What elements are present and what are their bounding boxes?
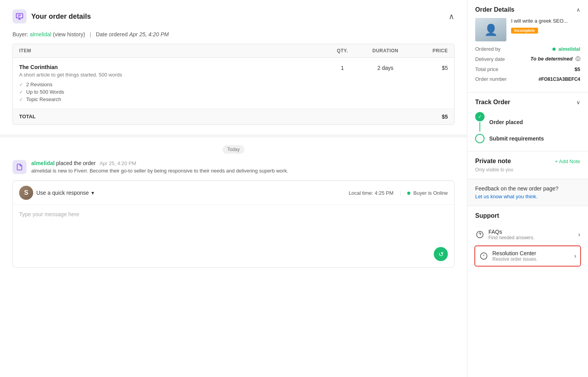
resolution-icon xyxy=(479,251,488,261)
send-button[interactable]: ↺ xyxy=(434,247,448,261)
day-label: Today xyxy=(223,145,244,154)
total-price-value: $5 xyxy=(575,66,580,72)
ordered-by-value[interactable]: almelidal xyxy=(552,46,580,52)
info-icon: ⓘ xyxy=(576,56,580,62)
incomplete-badge: Incomplete xyxy=(511,28,538,34)
gig-card[interactable]: I will write a greek SEO... Incomplete xyxy=(475,18,580,41)
feedback-link[interactable]: Let us know what you think. xyxy=(475,194,538,199)
private-note-header: Private note + Add Note xyxy=(475,158,580,165)
collapse-order-details-icon[interactable]: ∧ xyxy=(449,12,454,21)
faqs-subtitle: Find needed answers. xyxy=(488,235,535,240)
private-note-section: Private note + Add Note Only visible to … xyxy=(467,151,588,179)
view-history-link[interactable]: (view history) xyxy=(53,31,85,37)
order-details-header: Your order details ∧ xyxy=(12,9,454,23)
item-description: A short article to get things started. 5… xyxy=(19,72,323,78)
item-features: ✓ 2 Revisions ✓ Up to 500 Words ✓ Topic … xyxy=(19,82,323,102)
right-sidebar: Order Details ∧ I will write a greek SEO… xyxy=(467,0,588,377)
seller-avatar: S xyxy=(19,186,33,200)
check-icon-3: ✓ xyxy=(19,97,23,102)
item-qty: 1 xyxy=(323,64,362,102)
step-order-placed-label: Order placed xyxy=(489,119,523,125)
step-order-placed: ✓ Order placed xyxy=(475,112,580,132)
gig-thumbnail xyxy=(475,18,506,41)
sidebar-collapse-icon[interactable]: ∧ xyxy=(576,7,580,13)
event-text: almelidal placed the order Apr 25, 4:20 … xyxy=(31,160,288,166)
ordered-by-label: Ordered by xyxy=(475,46,501,52)
order-details-title: Your order details xyxy=(12,9,91,23)
item-details: The Corinthian A short article to get th… xyxy=(19,64,323,102)
track-order-collapse-icon[interactable]: ∨ xyxy=(576,99,580,105)
faqs-info: FAQs Find needed answers. xyxy=(488,229,535,240)
total-price-row: Total price $5 xyxy=(475,66,580,72)
item-duration: 2 days xyxy=(362,64,409,102)
event-action: placed the order xyxy=(56,160,96,166)
order-number-label: Order number xyxy=(475,76,507,82)
col-item: ITEM xyxy=(19,48,323,53)
table-row: The Corinthian A short article to get th… xyxy=(13,58,454,109)
faqs-title: FAQs xyxy=(488,229,535,235)
sidebar-order-details-title: Order Details xyxy=(475,6,514,13)
item-name: The Corinthian xyxy=(19,64,323,70)
resolution-info: Resolution Center Resolve order issues. xyxy=(492,250,537,262)
order-icon xyxy=(12,9,27,23)
order-table: ITEM QTY. DURATION PRICE The Corinthian … xyxy=(12,44,454,125)
support-item-resolution-left: Resolution Center Resolve order issues. xyxy=(479,250,537,262)
note-subtitle: Only visible to you xyxy=(475,167,513,172)
item-price: $5 xyxy=(409,64,448,102)
separator: | xyxy=(90,31,91,37)
feedback-text: Feedback on the new order page? xyxy=(475,185,580,192)
support-item-resolution[interactable]: Resolution Center Resolve order issues. … xyxy=(474,245,581,267)
order-details-title-text: Your order details xyxy=(31,12,91,21)
add-note-button[interactable]: + Add Note xyxy=(555,158,580,164)
event-content: almelidal placed the order Apr 25, 4:20 … xyxy=(31,160,288,174)
local-time: Local time: 4:25 PM xyxy=(349,190,394,196)
delivery-date-value: To be determined ⓘ xyxy=(531,56,581,62)
track-order-header: Track Order ∨ xyxy=(475,99,580,106)
sidebar-order-details-header: Order Details ∧ xyxy=(475,6,580,13)
check-icon-2: ✓ xyxy=(19,89,23,95)
day-divider: Today xyxy=(12,145,454,154)
gig-title: I will write a greek SEO... xyxy=(511,18,580,25)
faqs-icon xyxy=(475,230,485,239)
total-price: $5 xyxy=(409,114,448,120)
step-icon-container-1: ✓ xyxy=(475,112,485,132)
delivery-date-row: Delivery date To be determined ⓘ xyxy=(475,56,580,62)
track-steps: ✓ Order placed Submit requirements xyxy=(475,112,580,145)
buyer-online-status: Buyer is Online xyxy=(407,190,448,196)
total-label: TOTAL xyxy=(19,114,323,120)
resolution-subtitle: Resolve order issues. xyxy=(492,256,537,262)
support-item-faqs[interactable]: FAQs Find needed answers. › xyxy=(475,224,580,245)
order-table-footer: TOTAL $5 xyxy=(13,109,454,124)
feedback-section: Feedback on the new order page? Let us k… xyxy=(467,179,588,206)
step-submit-requirements-label: Submit requirements xyxy=(489,135,544,142)
gig-thumbnail-image xyxy=(475,18,506,41)
event-time: Apr 25, 4:20 PM xyxy=(100,160,136,166)
order-number-value: #FO81C3A3BEFC4 xyxy=(538,76,580,82)
buyer-info: Buyer: almelidal (view history) | Date o… xyxy=(12,31,454,37)
private-note-title: Private note xyxy=(475,158,511,165)
event-avatar xyxy=(12,160,27,174)
track-order-title: Track Order xyxy=(475,99,510,106)
message-container: S Use a quick response ▾ Local time: 4:2… xyxy=(12,180,454,268)
faqs-chevron: › xyxy=(578,231,580,238)
buyer-name-link[interactable]: almelidal xyxy=(30,31,51,37)
order-details-section: Your order details ∧ Buyer: almelidal (v… xyxy=(0,0,467,137)
message-input[interactable]: Type your message here ↺ xyxy=(13,205,454,267)
buyer-status: Local time: 4:25 PM | Buyer is Online xyxy=(349,190,448,196)
quick-response-button[interactable]: Use a quick response ▾ xyxy=(36,190,94,196)
track-order-section: Track Order ∨ ✓ Order placed Submit requ… xyxy=(467,92,588,151)
ordered-by-row: Ordered by almelidal xyxy=(475,46,580,52)
total-price-label: Total price xyxy=(475,66,498,72)
quick-response-left: S Use a quick response ▾ xyxy=(19,186,94,200)
quick-response-chevron: ▾ xyxy=(91,190,94,196)
support-item-faqs-left: FAQs Find needed answers. xyxy=(475,229,535,240)
event-user[interactable]: almelidal xyxy=(31,160,55,166)
gig-info: I will write a greek SEO... Incomplete xyxy=(511,18,580,41)
message-placeholder: Type your message here xyxy=(19,211,79,217)
col-qty: QTY. xyxy=(323,48,362,53)
step-line xyxy=(479,122,480,132)
ordered-by-dot xyxy=(552,48,556,51)
step-completed-icon: ✓ xyxy=(475,112,485,121)
resolution-chevron: › xyxy=(574,253,576,260)
chat-section: Today almelidal placed the order Apr 25,… xyxy=(0,137,467,377)
